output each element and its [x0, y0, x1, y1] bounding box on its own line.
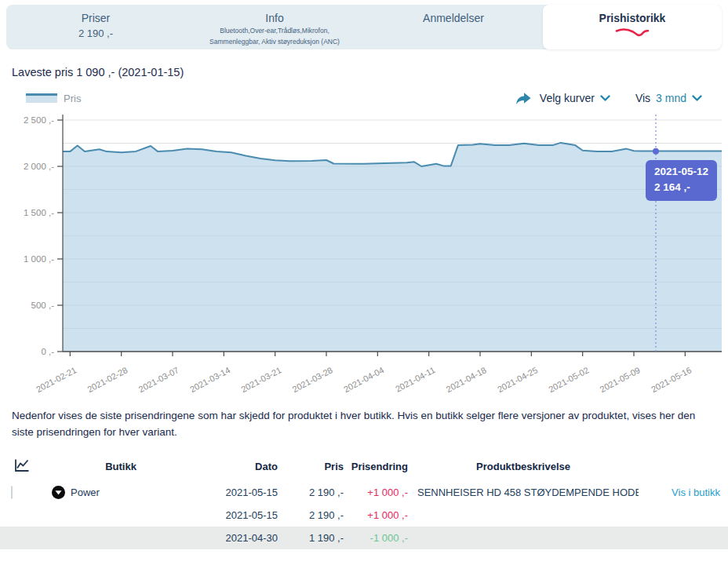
svg-text:2021-05-16: 2021-05-16 — [650, 365, 693, 394]
svg-text:2021-04-11: 2021-04-11 — [394, 365, 437, 394]
price-change: +1 000 ,- — [344, 487, 408, 498]
tab-bar: Priser 2 190 ,- Info Bluetooth,Over-ear,… — [6, 5, 722, 49]
svg-text:2021-04-25: 2021-04-25 — [496, 365, 539, 394]
velg-kurver-label: Velg kurver — [540, 92, 595, 104]
chart-header: Pris Velg kurver Vis 3 mnd — [26, 91, 722, 105]
price-change-table: Butikk Dato Pris Prisendring Produktbesk… — [0, 453, 728, 549]
svg-text:2021-05-02: 2021-05-02 — [547, 365, 590, 394]
col-header-produktbeskrivelse: Produktbeskrivelse — [408, 461, 639, 472]
tab-info-specs-line2: Sammenleggbar, Aktiv støyreduksjon (ANC) — [209, 38, 340, 46]
table-row: 2021-05-15 2 190 ,- +1 000 ,- — [0, 504, 728, 527]
legend-label-pris: Pris — [64, 93, 81, 104]
table-row: 2021-04-30 1 190 ,- -1 000 ,- — [0, 527, 728, 549]
share-arrow-icon[interactable] — [515, 91, 533, 105]
chevron-down-icon — [692, 95, 702, 102]
col-header-butikk: Butikk — [42, 461, 199, 472]
price-value: 1 190 ,- — [278, 532, 344, 544]
velg-kurver-dropdown[interactable]: Velg kurver — [540, 92, 610, 104]
col-header-prisendring: Prisendring — [344, 461, 408, 472]
price-date: 2021-05-15 — [199, 509, 278, 521]
col-header-dato: Dato — [199, 461, 278, 472]
svg-text:2021-03-21: 2021-03-21 — [239, 365, 282, 394]
store-name: Power — [71, 487, 100, 498]
tab-info[interactable]: Info Bluetooth,Over-ear,Trådløs,Mikrofon… — [185, 5, 364, 49]
product-description: SENNHEISER HD 458 STØYDEMPENDE HODETE... — [408, 487, 639, 498]
tab-prishistorikk-label: Prishistorikk — [599, 12, 666, 24]
chart-legend: Pris — [26, 93, 81, 104]
lowest-price-text: Laveste pris 1 090 ,- (2021-01-15) — [12, 66, 722, 78]
svg-text:2021-03-14: 2021-03-14 — [188, 365, 231, 394]
tab-priser-label: Priser — [82, 12, 111, 24]
tab-priser[interactable]: Priser 2 190 ,- — [6, 5, 185, 49]
svg-text:1 000 ,-: 1 000 ,- — [24, 254, 54, 264]
price-squiggle-icon — [614, 27, 650, 37]
svg-text:2021-05-09: 2021-05-09 — [599, 365, 642, 394]
tab-priser-price: 2 190 ,- — [78, 27, 113, 39]
vis-i-butikk-link[interactable]: Vis i butikk — [639, 487, 722, 498]
svg-text:2 000 ,-: 2 000 ,- — [24, 162, 54, 171]
svg-text:2021-02-28: 2021-02-28 — [86, 365, 129, 394]
vis-label: Vis — [635, 92, 650, 104]
legend-swatch-pris — [26, 93, 57, 103]
svg-text:1 500 ,-: 1 500 ,- — [24, 208, 54, 217]
col-header-pris: Pris — [278, 461, 344, 472]
svg-text:0 ,-: 0 ,- — [41, 347, 54, 356]
svg-text:2021-02-21: 2021-02-21 — [35, 365, 78, 394]
svg-text:2021-04-04: 2021-04-04 — [342, 365, 385, 394]
vis-period-dropdown[interactable]: Vis 3 mnd — [635, 92, 702, 104]
tab-prishistorikk[interactable]: Prishistorikk — [543, 5, 722, 49]
price-change: +1 000 ,- — [344, 509, 408, 521]
table-row: Power 2021-05-15 2 190 ,- +1 000 ,- SENN… — [0, 481, 728, 504]
table-header-row: Butikk Dato Pris Prisendring Produktbesk… — [0, 453, 728, 481]
tab-anmeldelser[interactable]: Anmeldelser — [364, 5, 543, 49]
price-change: -1 000 ,- — [344, 532, 408, 544]
svg-text:2021-04-18: 2021-04-18 — [445, 365, 488, 394]
svg-text:500 ,-: 500 ,- — [31, 301, 55, 310]
store-cell: Power — [42, 486, 199, 499]
chart-controls: Velg kurver Vis 3 mnd — [515, 91, 702, 105]
chevron-down-icon — [600, 95, 610, 102]
tab-info-label: Info — [265, 12, 283, 24]
row-checkbox[interactable] — [11, 486, 13, 499]
price-value: 2 190 ,- — [278, 487, 344, 498]
tab-anmeldelser-label: Anmeldelser — [423, 12, 484, 24]
price-date: 2021-05-15 — [199, 487, 278, 498]
price-value: 2 190 ,- — [278, 509, 344, 521]
price-date: 2021-04-30 — [199, 532, 278, 544]
chart-plot-area[interactable]: 2 500 ,-2 000 ,-1 500 ,-1 000 ,-500 ,-0 … — [0, 108, 728, 400]
line-chart-icon — [6, 457, 42, 476]
power-store-logo-icon — [52, 486, 65, 499]
tab-info-specs-line1: Bluetooth,Over-ear,Trådløs,Mikrofon, — [220, 27, 329, 35]
vis-period-value: 3 mnd — [656, 92, 686, 104]
svg-text:2021-03-07: 2021-03-07 — [137, 365, 180, 394]
price-history-chart[interactable]: 2 500 ,-2 000 ,-1 500 ,-1 000 ,-500 ,-0 … — [0, 108, 728, 400]
svg-text:2021-03-28: 2021-03-28 — [291, 365, 334, 394]
svg-text:2 500 ,-: 2 500 ,- — [24, 115, 54, 125]
price-change-description: Nedenfor vises de siste prisendringene s… — [12, 408, 718, 441]
